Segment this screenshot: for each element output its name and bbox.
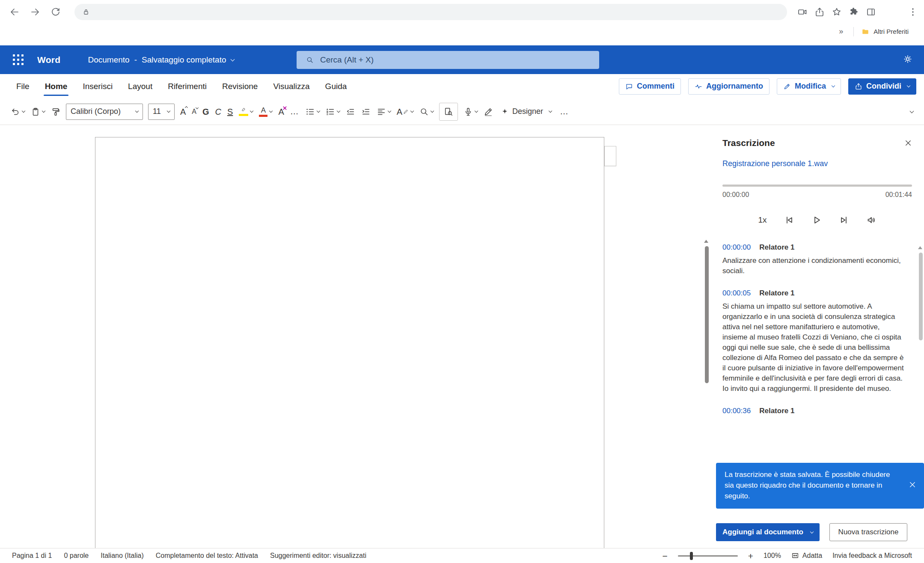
shrink-font-button[interactable]: A	[189, 103, 199, 121]
back-button[interactable]	[6, 3, 23, 21]
more-options-button-1[interactable]: …	[287, 103, 303, 121]
new-transcription-button[interactable]: Nuova trascrizione	[829, 523, 907, 541]
word-count[interactable]: 0 parole	[64, 552, 89, 560]
highlight-button[interactable]	[236, 103, 256, 121]
add-to-document-button[interactable]: Aggiungi al documento	[716, 523, 820, 541]
share-button[interactable]: Condividi	[848, 78, 916, 95]
format-painter-button[interactable]	[48, 103, 63, 121]
app-launcher-icon[interactable]	[10, 52, 26, 68]
chevron-down-icon	[250, 109, 253, 113]
gear-icon	[903, 54, 913, 64]
collapse-ribbon-button[interactable]	[907, 103, 916, 121]
bullets-button[interactable]	[303, 103, 323, 121]
tab-file[interactable]: File	[9, 74, 37, 98]
find-button[interactable]	[416, 103, 437, 121]
grow-font-button[interactable]: A	[177, 103, 189, 121]
transcript-entry[interactable]: 00:00:36 Relatore 1	[722, 407, 912, 415]
address-bar[interactable]	[74, 4, 787, 20]
forward-button[interactable]	[27, 3, 44, 21]
search-input[interactable]: Cerca (Alt + X)	[297, 51, 599, 69]
entry-timestamp[interactable]: 00:00:05	[722, 289, 751, 298]
font-name-select[interactable]: Calibri (Corpo)	[66, 104, 143, 120]
font-color-button[interactable]: A	[256, 103, 275, 121]
tab-visualizza[interactable]: Visualizza	[265, 74, 317, 98]
dictate-button[interactable]	[461, 103, 481, 121]
transcript-entry[interactable]: 00:00:00 Relatore 1 Analizzare con atten…	[722, 243, 912, 276]
close-panel-button[interactable]	[904, 139, 912, 147]
italic-button[interactable]: C	[212, 103, 224, 121]
zoom-slider-thumb[interactable]	[690, 552, 693, 560]
text-completion-status[interactable]: Completamento del testo: Attivata	[156, 552, 258, 560]
browser-menu-icon[interactable]	[908, 7, 918, 17]
mode-dropdown-button[interactable]: Modifica	[777, 78, 841, 95]
document-title-group[interactable]: Documento - Salvataggio completato	[88, 55, 234, 65]
zoom-in-button[interactable]: +	[748, 551, 753, 560]
tab-riferimenti[interactable]: Riferimenti	[160, 74, 214, 98]
transcript-entry[interactable]: 00:00:05 Relatore 1 Si chiama un impatto…	[722, 289, 912, 394]
play-icon[interactable]	[811, 215, 822, 225]
font-size-select[interactable]: 11	[148, 104, 175, 120]
editor-button[interactable]	[481, 103, 496, 121]
tab-inserisci[interactable]: Inserisci	[75, 74, 120, 98]
undo-button[interactable]	[8, 103, 28, 121]
alignment-button[interactable]	[374, 103, 394, 121]
skip-forward-icon[interactable]	[839, 215, 849, 225]
comment-anchor-box[interactable]	[604, 146, 616, 166]
editor-suggestions-status[interactable]: Suggerimenti editor: visualizzati	[270, 552, 366, 560]
comments-button[interactable]: Commenti	[619, 78, 681, 95]
audio-file-link[interactable]: Registrazione personale 1.wav	[722, 159, 912, 168]
tab-layout[interactable]: Layout	[120, 74, 160, 98]
reload-button[interactable]	[47, 3, 64, 21]
tab-label: Guida	[325, 82, 347, 91]
zoom-out-button[interactable]: −	[662, 551, 667, 560]
styles-button[interactable]: A	[394, 103, 416, 121]
entry-timestamp[interactable]: 00:00:36	[722, 407, 751, 415]
language-selector[interactable]: Italiano (Italia)	[101, 552, 144, 560]
zoom-level[interactable]: 100%	[764, 552, 781, 560]
numbering-button[interactable]	[323, 103, 343, 121]
panel-scroll-up-arrow[interactable]	[918, 246, 922, 249]
side-panel-icon[interactable]	[866, 7, 876, 17]
immersive-reader-button[interactable]	[439, 103, 458, 121]
tab-guida[interactable]: Guida	[318, 74, 355, 98]
share-icon[interactable]	[814, 7, 825, 17]
bookmarks-divider	[853, 27, 854, 36]
document-scrollbar[interactable]	[705, 246, 709, 383]
video-camera-icon[interactable]	[797, 7, 808, 17]
page-count[interactable]: Pagina 1 di 1	[12, 552, 52, 560]
app-name[interactable]: Word	[37, 55, 60, 65]
panel-scrollbar[interactable]	[919, 253, 923, 340]
decrease-indent-button[interactable]	[343, 103, 358, 121]
entry-timestamp[interactable]: 00:00:00	[722, 243, 751, 252]
extensions-icon[interactable]	[849, 7, 859, 17]
volume-icon[interactable]	[866, 215, 876, 225]
increase-indent-button[interactable]	[358, 103, 374, 121]
updates-button[interactable]: Aggiornamento	[688, 78, 770, 95]
fit-to-page-button[interactable]: Adatta	[791, 552, 822, 560]
tab-home[interactable]: Home	[37, 74, 75, 98]
bold-button[interactable]: G	[199, 103, 212, 121]
audio-progress-bar[interactable]	[722, 185, 912, 187]
lock-icon	[82, 8, 90, 16]
chevron-down-icon	[230, 57, 235, 61]
settings-button[interactable]	[903, 54, 913, 66]
caret-up-icon	[185, 106, 188, 109]
underline-button[interactable]: S	[224, 103, 236, 121]
more-options-button-2[interactable]: …	[557, 103, 572, 121]
skip-back-icon[interactable]	[784, 215, 794, 225]
designer-button[interactable]: Designer	[496, 103, 557, 121]
zoom-slider[interactable]	[678, 555, 738, 557]
bookmarks-folder-label[interactable]: Altri Preferiti	[873, 28, 909, 35]
italic-letter: C	[215, 107, 221, 116]
bookmark-star-icon[interactable]	[832, 7, 842, 17]
tab-revisione[interactable]: Revisione	[214, 74, 265, 98]
playback-speed-button[interactable]: 1x	[758, 215, 767, 225]
document-canvas[interactable]	[0, 125, 710, 548]
feedback-link[interactable]: Invia feedback a Microsoft	[832, 552, 912, 560]
toast-close-button[interactable]	[909, 481, 916, 489]
bookmarks-overflow-button[interactable]: »	[836, 27, 846, 36]
paste-button[interactable]	[28, 103, 48, 121]
clear-formatting-button[interactable]: A	[275, 103, 287, 121]
scroll-up-arrow[interactable]	[704, 240, 708, 243]
document-page[interactable]	[95, 137, 604, 548]
